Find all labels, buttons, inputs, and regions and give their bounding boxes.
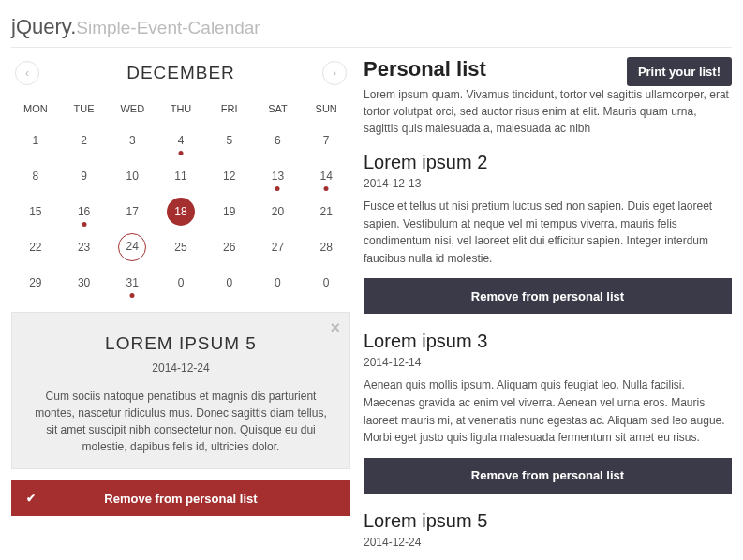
calendar-day[interactable]: 11 — [156, 158, 205, 194]
calendar-day[interactable]: 12 — [205, 158, 254, 194]
remove-from-list-button[interactable]: ✔ Remove from personal list — [11, 480, 350, 516]
weekday-label: WED — [108, 95, 156, 123]
calendar-grid: 1234567891011121314151617181920212223242… — [11, 123, 350, 301]
item-date: 2014-12-24 — [364, 536, 732, 549]
calendar-day[interactable]: 0 — [156, 265, 205, 301]
calendar-day[interactable]: 24 — [108, 229, 156, 265]
event-title: LOREM IPSUM 5 — [31, 333, 331, 354]
calendar-day[interactable]: 2 — [60, 123, 109, 158]
item-date: 2014-12-14 — [364, 356, 732, 369]
list-intro: Lorem ipsum quam. Vivamus tincidunt, tor… — [364, 86, 732, 137]
calendar-day[interactable]: 18 — [156, 194, 205, 229]
calendar-day[interactable]: 31 — [108, 265, 156, 301]
calendar-day[interactable]: 6 — [254, 123, 303, 158]
calendar-day[interactable]: 17 — [108, 194, 156, 229]
event-detail-card: × LOREM IPSUM 5 2014-12-24 Cum sociis na… — [11, 312, 350, 469]
item-description: Aenean quis mollis ipsum. Aliquam quis f… — [364, 376, 732, 446]
calendar-day[interactable]: 0 — [302, 265, 350, 301]
list-item: Lorem ipsum 22014-12-13Fusce et tellus u… — [364, 152, 732, 314]
event-dot-icon — [275, 186, 280, 191]
prev-month-button[interactable]: ‹ — [15, 61, 39, 85]
weekday-label: SUN — [302, 95, 350, 123]
calendar-day[interactable]: 1 — [11, 123, 60, 158]
item-title: Lorem ipsum 2 — [364, 152, 732, 173]
list-item: Lorem ipsum 52014-12-24 — [364, 510, 732, 549]
item-title: Lorem ipsum 3 — [364, 331, 732, 352]
calendar-day[interactable]: 22 — [11, 229, 60, 265]
month-title: DECEMBER — [126, 63, 235, 83]
calendar-day[interactable]: 20 — [254, 194, 303, 229]
event-dot-icon — [179, 151, 184, 155]
calendar-day[interactable]: 0 — [205, 265, 254, 301]
weekday-header: MONTUEWEDTHUFRISATSUN — [11, 95, 350, 123]
calendar-panel: ‹ DECEMBER › MONTUEWEDTHUFRISATSUN 12345… — [11, 57, 350, 556]
calendar-day[interactable]: 28 — [302, 229, 350, 265]
list-item: Lorem ipsum 32014-12-14Aenean quis molli… — [364, 331, 732, 493]
calendar-day[interactable]: 8 — [11, 158, 60, 194]
calendar-day[interactable]: 30 — [60, 265, 109, 301]
chevron-right-icon: › — [333, 66, 336, 80]
calendar-day[interactable]: 19 — [205, 194, 254, 229]
calendar-day[interactable]: 16 — [60, 194, 109, 229]
chevron-left-icon: ‹ — [25, 66, 29, 80]
calendar-day[interactable]: 5 — [205, 123, 254, 158]
calendar-day[interactable]: 3 — [108, 123, 156, 158]
event-dot-icon — [324, 186, 329, 191]
remove-item-button[interactable]: Remove from personal list — [364, 458, 732, 494]
calendar-day[interactable]: 10 — [108, 158, 156, 194]
print-list-button[interactable]: Print your list! — [627, 57, 732, 86]
next-month-button[interactable]: › — [322, 61, 347, 85]
calendar-day[interactable]: 13 — [254, 158, 303, 194]
weekday-label: TUE — [60, 95, 109, 123]
close-icon[interactable]: × — [330, 318, 340, 338]
event-description: Cum sociis natoque penatibus et magnis d… — [31, 388, 331, 455]
calendar-day[interactable]: 25 — [156, 229, 205, 265]
calendar-day[interactable]: 29 — [11, 265, 60, 301]
calendar-day[interactable]: 7 — [302, 123, 350, 158]
item-title: Lorem ipsum 5 — [364, 510, 732, 532]
calendar-day[interactable]: 9 — [60, 158, 109, 194]
calendar-day[interactable]: 0 — [254, 265, 303, 301]
calendar-day[interactable]: 27 — [254, 229, 303, 265]
event-dot-icon — [82, 222, 86, 227]
item-description: Fusce et tellus ut nisi pretium luctus s… — [364, 198, 732, 267]
event-date: 2014-12-24 — [31, 361, 331, 375]
item-date: 2014-12-13 — [364, 177, 732, 190]
calendar-day[interactable]: 14 — [302, 158, 350, 194]
weekday-label: SAT — [254, 95, 303, 123]
event-dot-icon — [130, 293, 135, 298]
weekday-label: MON — [11, 95, 60, 123]
personal-list-panel: Print your list! Personal list Lorem ips… — [364, 57, 732, 556]
weekday-label: FRI — [205, 95, 254, 123]
remove-item-button[interactable]: Remove from personal list — [364, 278, 732, 314]
calendar-day[interactable]: 21 — [302, 194, 350, 229]
calendar-day[interactable]: 4 — [156, 123, 205, 158]
page-header: jQuery.Simple-Event-Calendar — [11, 9, 732, 48]
calendar-day[interactable]: 23 — [60, 229, 109, 265]
weekday-label: THU — [156, 95, 205, 123]
list-items: Lorem ipsum 22014-12-13Fusce et tellus u… — [364, 152, 732, 549]
check-icon: ✔ — [26, 492, 36, 505]
remove-button-label: Remove from personal list — [104, 492, 257, 506]
calendar-day[interactable]: 15 — [11, 194, 60, 229]
calendar-day[interactable]: 26 — [205, 229, 254, 265]
brand-main: jQuery. — [11, 15, 76, 38]
brand-sub: Simple-Event-Calendar — [76, 18, 260, 37]
